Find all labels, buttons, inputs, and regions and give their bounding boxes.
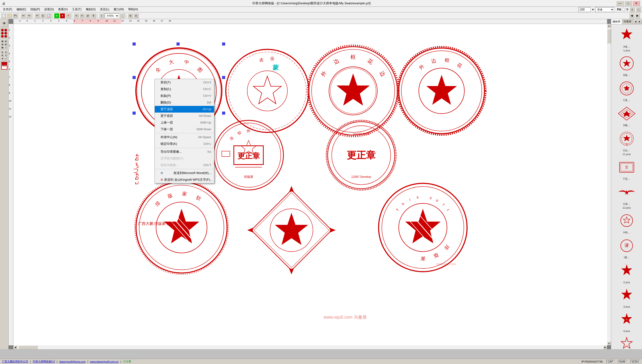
tb2-extra1[interactable]: ⊞ bbox=[128, 13, 133, 18]
rp-btn-next[interactable]: ▶ bbox=[638, 20, 641, 24]
cm-send-wps[interactable]: ⚙ 发送到 金山Kingsoft WPS文字(F)... bbox=[155, 176, 214, 183]
tb2-new[interactable]: 📄 bbox=[1, 13, 6, 18]
scroll-down-button[interactable]: ▼ bbox=[607, 342, 611, 345]
cm-delete[interactable]: 删除(D) Del bbox=[155, 99, 214, 106]
tb2-save[interactable]: 💾 bbox=[13, 13, 18, 18]
rp-item-3pna[interactable]: 3.pna bbox=[612, 286, 641, 308]
cm-cut[interactable]: 剪切(T) Ctrl+X bbox=[155, 79, 214, 86]
rp-item-f[interactable]: 交 F交... bbox=[612, 158, 641, 181]
scroll-track-v[interactable] bbox=[607, 28, 611, 342]
scroll-right-button[interactable]: ▶ bbox=[603, 345, 607, 349]
tb2-open[interactable]: 📁 bbox=[7, 13, 12, 18]
menu-language[interactable]: 语言(L) bbox=[98, 7, 111, 12]
cm-paste[interactable]: 粘贴(P) Ctrl+V bbox=[155, 92, 214, 99]
tool-m2[interactable]: ⊟ bbox=[4, 51, 7, 54]
menu-window[interactable]: 窗口(W) bbox=[112, 7, 126, 12]
btn-align[interactable]: ≡ bbox=[629, 7, 635, 12]
tb2-paste[interactable]: 📋 bbox=[46, 13, 51, 18]
cm-send-word[interactable]: ⚙ 发送到Microsoft Word(W)... bbox=[155, 170, 214, 176]
horizontal-scrollbar[interactable]: ◀ ▶ bbox=[14, 345, 607, 349]
scroll-up-button[interactable]: ▲ bbox=[607, 24, 611, 28]
tool-dot-r3c2[interactable] bbox=[4, 35, 7, 38]
scroll-thumb-h[interactable] bbox=[19, 345, 38, 349]
cm-bring-to-front[interactable]: 置于顶层 Alt+Up bbox=[155, 106, 214, 112]
minimize-button[interactable]: — bbox=[616, 1, 624, 6]
rp-item-b[interactable]: B各... bbox=[612, 54, 641, 77]
menu-tools[interactable]: 工具(T) bbox=[70, 7, 83, 12]
tool-grid-r2c2[interactable]: ▨ bbox=[4, 43, 7, 46]
tb2-copy[interactable]: ⎘ bbox=[40, 13, 46, 18]
tool-red-box[interactable] bbox=[1, 62, 8, 66]
menu-view[interactable]: 查看(V) bbox=[56, 7, 70, 12]
tb2-b4[interactable]: ⇅ bbox=[91, 13, 96, 18]
rp-item-e[interactable]: 企 E企... 11.pna bbox=[612, 129, 641, 156]
vertical-scrollbar[interactable]: ▲ ▼ bbox=[607, 24, 611, 345]
tb2-redo[interactable]: ↪ bbox=[26, 13, 32, 18]
tb2-b1[interactable]: ⟲ bbox=[74, 13, 79, 18]
zoom-select[interactable]: 475% 200% 100% 50% bbox=[105, 14, 119, 18]
window-controls[interactable]: — □ ✕ bbox=[616, 1, 640, 6]
rp-item-c[interactable]: C各... bbox=[612, 79, 641, 102]
tb2-b2[interactable]: ⟳ bbox=[79, 13, 85, 18]
tool-dot-r2c2[interactable] bbox=[4, 32, 7, 35]
scroll-left-button[interactable]: ◀ bbox=[14, 345, 17, 349]
tool-m3[interactable]: ⊠ bbox=[1, 54, 4, 57]
maximize-button[interactable]: □ bbox=[624, 1, 632, 6]
tool-grid-r3c2[interactable]: ▪ bbox=[4, 46, 7, 49]
menu-layout[interactable]: 排版(P) bbox=[29, 7, 42, 12]
scroll-thumb-v[interactable] bbox=[607, 29, 611, 43]
tool-m5[interactable]: ▰ bbox=[1, 57, 4, 60]
rp-item-4pna[interactable]: A 4.pna bbox=[612, 310, 641, 332]
tool-dot-r1c2[interactable] bbox=[4, 29, 7, 32]
rp-item-h[interactable]: H动... bbox=[612, 211, 641, 234]
tb2-undo[interactable]: ↩ bbox=[21, 13, 26, 18]
cm-copy[interactable]: 复制(C) Ctrl+C bbox=[155, 86, 214, 92]
tb2-zoom-out[interactable]: - bbox=[120, 13, 125, 18]
cm-export[interactable]: 导出印章图像... Ins bbox=[155, 148, 214, 155]
tool-dot-r2c1[interactable] bbox=[1, 32, 4, 35]
cm-lock[interactable]: 锁定印章(K) Ctrl+L bbox=[155, 140, 214, 147]
rp-item-2pna[interactable]: 2.pna bbox=[612, 261, 641, 284]
tool-white-box[interactable] bbox=[1, 66, 8, 70]
close-button[interactable]: ✕ bbox=[632, 1, 640, 6]
tool-m1[interactable]: ⊞ bbox=[1, 51, 4, 54]
font-select[interactable]: 宋体 bbox=[595, 7, 614, 12]
tb2-nav-next[interactable]: ▶ bbox=[635, 13, 640, 18]
size-input[interactable] bbox=[579, 7, 590, 12]
rp-item-g[interactable]: G各... 12.pna bbox=[612, 182, 641, 209]
context-menu[interactable]: 剪切(T) Ctrl+X 复制(C) Ctrl+C 粘贴(P) Ctrl+V 删… bbox=[155, 79, 214, 183]
cm-move-down[interactable]: 下移一层 Shift+Down bbox=[155, 126, 214, 133]
tool-m4[interactable]: ⊡ bbox=[4, 54, 7, 57]
menu-edit[interactable]: 编辑(E) bbox=[15, 7, 28, 12]
rp-item-i[interactable]: 课 I课... bbox=[612, 236, 641, 259]
tb2-extra2[interactable]: ⊟ bbox=[133, 13, 139, 18]
tool-eye[interactable]: 👁 bbox=[1, 20, 8, 27]
tb2-delete[interactable]: ✕ bbox=[66, 13, 71, 18]
menu-file[interactable]: 文件(F) bbox=[1, 7, 14, 12]
tb2-nav-prev[interactable]: ◀ bbox=[629, 13, 634, 18]
cm-align-center[interactable]: 对准中心(N) Alt+Space bbox=[155, 134, 214, 140]
rp-item-a[interactable]: A各... 1.pna bbox=[612, 25, 641, 52]
tool-dot-r3c1[interactable] bbox=[1, 35, 4, 38]
tool-grid-r2c1[interactable]: ▧ bbox=[1, 43, 4, 46]
tb2-red[interactable]: ● bbox=[60, 13, 65, 18]
tool-m6[interactable]: ▱ bbox=[4, 57, 7, 60]
tab-seal-library[interactable]: 印章库 bbox=[622, 19, 633, 24]
scroll-track-h[interactable] bbox=[17, 345, 603, 349]
cm-move-up[interactable]: 上移一层 Shift+Up bbox=[155, 119, 214, 126]
checkbox-special[interactable] bbox=[622, 8, 625, 11]
rp-btn-prev[interactable]: ◀ bbox=[634, 20, 637, 24]
tool-grid-r3c1[interactable]: ▩ bbox=[1, 46, 4, 49]
tool-dot-r1c1[interactable] bbox=[1, 29, 4, 32]
canvas-white[interactable]: 大 中 图 符 全 bbox=[14, 24, 607, 345]
tb2-b3[interactable]: ⇄ bbox=[85, 13, 90, 18]
menu-settings[interactable]: 设置(S) bbox=[42, 7, 56, 12]
tb2-green[interactable]: ● bbox=[54, 13, 59, 18]
rp-item-d[interactable]: D银... bbox=[612, 104, 641, 127]
menu-engrave[interactable]: 雕刻(G) bbox=[84, 7, 98, 12]
tool-grid-r1c2[interactable]: ▤ bbox=[4, 40, 7, 42]
btn-box[interactable]: □ bbox=[636, 7, 641, 12]
tab-stamp-library[interactable]: 微标库 bbox=[611, 19, 622, 24]
tool-grid-r1c1[interactable]: ▦ bbox=[1, 40, 4, 42]
menu-help[interactable]: 帮助(H) bbox=[126, 7, 140, 12]
